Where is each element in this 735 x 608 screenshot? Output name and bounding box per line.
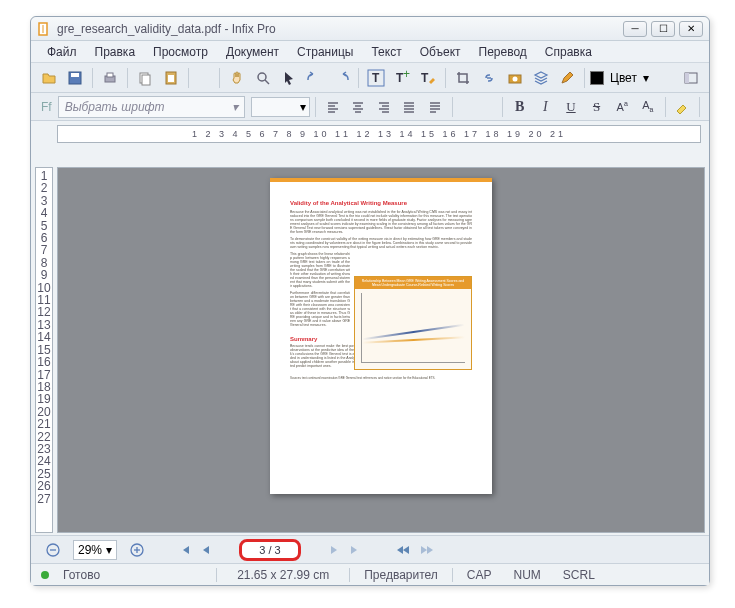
window-controls: ─ ☐ ✕	[623, 21, 703, 37]
back-button[interactable]	[397, 544, 411, 556]
svg-point-9	[258, 73, 266, 81]
last-page-button[interactable]	[349, 543, 363, 557]
color-dropdown-icon[interactable]: ▾	[643, 71, 649, 85]
pointer-tool[interactable]	[277, 66, 301, 90]
svg-rect-19	[685, 73, 689, 83]
window-title: gre_research_validity_data.pdf - Infix P…	[57, 22, 623, 36]
align-center[interactable]	[346, 95, 370, 119]
embedded-chart: Relationship Between Mean GRE Writing As…	[354, 276, 472, 370]
doc-heading: Validity of the Analytical Writing Measu…	[290, 200, 472, 206]
menu-object[interactable]: Объект	[412, 43, 469, 61]
page-indicator[interactable]: 3 / 3	[239, 539, 301, 561]
undo-button[interactable]	[303, 66, 327, 90]
superscript-button[interactable]: Aa	[610, 95, 634, 119]
maximize-button[interactable]: ☐	[651, 21, 675, 37]
align-justify[interactable]	[398, 95, 422, 119]
camera-tool[interactable]	[503, 66, 527, 90]
text-tool[interactable]: T	[364, 66, 388, 90]
svg-rect-8	[168, 75, 174, 82]
sidebar-toggle[interactable]	[679, 66, 703, 90]
status-preview[interactable]: Предварител	[356, 568, 446, 582]
crop-tool[interactable]	[451, 66, 475, 90]
hand-tool[interactable]	[225, 66, 249, 90]
doc-para: To demonstrate the construct validity of…	[290, 237, 472, 249]
chart-plot-area	[361, 293, 465, 363]
format-toolbar: Ff Выбрать шрифт ▾ ▾ B I U S Aa Aa	[31, 93, 709, 121]
menu-help[interactable]: Справка	[537, 43, 600, 61]
status-cap: CAP	[459, 568, 500, 582]
svg-rect-6	[142, 75, 150, 85]
menu-text[interactable]: Текст	[363, 43, 409, 61]
svg-text:T: T	[421, 71, 429, 85]
prev-page-button[interactable]	[199, 543, 211, 557]
zoom-value[interactable]: 29%▾	[73, 540, 117, 560]
font-picker[interactable]: Выбрать шрифт ▾	[58, 96, 245, 118]
svg-point-17	[513, 76, 518, 81]
doc-para: Furthermore differentiate that correlati…	[290, 291, 350, 327]
doc-para: This graph shows the linear relationship…	[290, 252, 350, 288]
menubar: Файл Правка Просмотр Документ Страницы Т…	[31, 41, 709, 63]
next-page-button[interactable]	[329, 543, 341, 557]
main-toolbar: T T+ T Цвет ▾	[31, 63, 709, 93]
forward-button[interactable]	[419, 544, 433, 556]
titlebar: gre_research_validity_data.pdf - Infix P…	[31, 17, 709, 41]
status-indicator-icon	[41, 571, 49, 579]
layers-tool[interactable]	[529, 66, 553, 90]
open-button[interactable]	[37, 66, 61, 90]
text-plus-tool[interactable]: T+	[390, 66, 414, 90]
italic-button[interactable]: I	[534, 95, 558, 119]
color-swatch[interactable]	[590, 71, 604, 85]
zoom-in-button[interactable]	[125, 538, 149, 562]
document-canvas[interactable]: Validity of the Analytical Writing Measu…	[57, 167, 705, 533]
link-tool[interactable]	[477, 66, 501, 90]
strike-button[interactable]: S	[585, 95, 609, 119]
statusbar: Готово 21.65 x 27.99 cm Предварител CAP …	[31, 563, 709, 585]
print-button[interactable]	[98, 66, 122, 90]
bold-button[interactable]: B	[508, 95, 532, 119]
menu-translate[interactable]: Перевод	[471, 43, 535, 61]
horizontal-ruler: 1 2 3 4 5 6 7 8 9 10 11 12 13 14 15 16 1…	[57, 125, 701, 143]
app-window: gre_research_validity_data.pdf - Infix P…	[30, 16, 710, 586]
chart-title: Relationship Between Mean GRE Writing As…	[355, 277, 471, 289]
redo-button[interactable]	[329, 66, 353, 90]
menu-view[interactable]: Просмотр	[145, 43, 216, 61]
svg-rect-4	[107, 73, 113, 77]
svg-text:+: +	[403, 70, 410, 81]
doc-footnote: Sources text continued examination GRE G…	[290, 376, 472, 380]
status-num: NUM	[506, 568, 549, 582]
save-button[interactable]	[63, 66, 87, 90]
close-button[interactable]: ✕	[679, 21, 703, 37]
vertical-ruler: 1234567891011121314151617181920212223242…	[35, 167, 53, 533]
align-justify-last[interactable]	[423, 95, 447, 119]
status-dimensions: 21.65 x 27.99 cm	[223, 568, 343, 582]
doc-para: Because the Associated analytical writin…	[290, 210, 472, 234]
chevron-down-icon: ▾	[232, 100, 238, 114]
subscript-button[interactable]: Aa	[636, 95, 660, 119]
pdf-page: Validity of the Analytical Writing Measu…	[270, 178, 492, 494]
zoom-out-button[interactable]	[41, 538, 65, 562]
font-placeholder: Выбрать шрифт	[65, 100, 165, 114]
highlight-button[interactable]	[671, 95, 695, 119]
align-left[interactable]	[321, 95, 345, 119]
paste-button[interactable]	[159, 66, 183, 90]
menu-file[interactable]: Файл	[39, 43, 85, 61]
navigation-bar: 29%▾ 3 / 3	[31, 535, 709, 563]
svg-rect-2	[71, 73, 79, 77]
copy-button[interactable]	[133, 66, 157, 90]
pencil-tool[interactable]	[555, 66, 579, 90]
text-edit-tool[interactable]: T	[416, 66, 440, 90]
underline-button[interactable]: U	[559, 95, 583, 119]
menu-edit[interactable]: Правка	[87, 43, 144, 61]
svg-line-10	[265, 80, 269, 84]
menu-document[interactable]: Документ	[218, 43, 287, 61]
first-page-button[interactable]	[177, 543, 191, 557]
status-scrl: SCRL	[555, 568, 603, 582]
app-icon	[37, 22, 51, 36]
svg-text:T: T	[372, 71, 380, 85]
align-right[interactable]	[372, 95, 396, 119]
minimize-button[interactable]: ─	[623, 21, 647, 37]
menu-pages[interactable]: Страницы	[289, 43, 361, 61]
zoom-tool[interactable]	[251, 66, 275, 90]
color-label: Цвет	[606, 71, 641, 85]
font-size[interactable]: ▾	[251, 97, 310, 117]
